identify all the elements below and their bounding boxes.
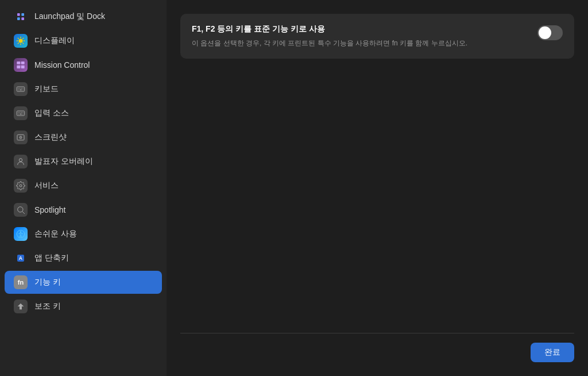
svg-rect-27	[20, 112, 20, 113]
svg-rect-1	[21, 13, 24, 16]
sidebar-item-label-mission: Mission Control	[34, 60, 90, 70]
setting-card-text: F1, F2 등의 키를 표준 기능 키로 사용 이 옵션을 선택한 경우, 각…	[192, 24, 528, 48]
svg-rect-20	[21, 88, 22, 89]
svg-line-9	[18, 38, 18, 39]
setting-description: 이 옵션을 선택한 경우, 각 키에 프린트된 특수 기능을 사용하려면 fn …	[192, 38, 528, 48]
mission-icon	[14, 58, 28, 72]
svg-rect-2	[17, 17, 20, 20]
sidebar-item-label-presenter: 발표자 오버레이	[34, 156, 93, 167]
spotlight-icon	[14, 203, 28, 217]
sidebar: Launchpad 및 Dock 디스플레이 Mission Control 키…	[0, 0, 167, 376]
svg-line-11	[23, 38, 24, 39]
services-icon	[14, 179, 28, 193]
sidebar-item-label-input: 입력 소스	[34, 108, 69, 118]
svg-rect-3	[21, 17, 24, 20]
sidebar-item-display[interactable]: 디스플레이	[5, 29, 162, 52]
shortcuts-icon: A	[14, 251, 28, 265]
fn-key-setting-card: F1, F2 등의 키를 표준 기능 키로 사용 이 옵션을 선택한 경우, 각…	[180, 14, 574, 59]
done-button[interactable]: 완료	[531, 343, 574, 362]
svg-point-37	[20, 185, 22, 187]
svg-line-10	[23, 43, 24, 44]
setting-title: F1, F2 등의 키를 표준 기능 키로 사용	[192, 24, 528, 34]
sidebar-item-label-display: 디스플레이	[34, 36, 75, 46]
sidebar-item-spotlight[interactable]: Spotlight	[5, 198, 162, 221]
modifier-icon	[14, 300, 28, 313]
svg-rect-18	[18, 88, 18, 89]
sidebar-item-mission[interactable]: Mission Control	[5, 53, 162, 76]
sidebar-item-input[interactable]: 입력 소스	[5, 102, 162, 125]
display-icon	[14, 34, 28, 48]
sidebar-item-services[interactable]: 서비스	[5, 174, 162, 197]
svg-rect-30	[18, 114, 18, 114]
svg-rect-24	[22, 90, 23, 90]
sidebar-item-label-fn: 기능 키	[34, 277, 61, 287]
sidebar-item-presenter[interactable]: 발표자 오버레이	[5, 150, 162, 173]
svg-point-38	[18, 207, 23, 212]
main-content: F1, F2 등의 키를 표준 기능 키로 사용 이 옵션을 선택한 경우, 각…	[167, 0, 588, 376]
sidebar-item-modifier[interactable]: 보조 키	[5, 295, 162, 318]
svg-text:A: A	[19, 255, 23, 261]
sidebar-item-label-launchpad: Launchpad 및 Dock	[34, 11, 105, 22]
sidebar-item-fn[interactable]: fn기능 키	[5, 271, 162, 294]
sidebar-item-keyboard[interactable]: 키보드	[5, 78, 162, 101]
svg-rect-31	[20, 114, 22, 114]
sidebar-item-label-keyboard: 키보드	[34, 84, 59, 94]
svg-rect-19	[20, 88, 20, 89]
svg-rect-16	[21, 66, 25, 68]
svg-rect-14	[21, 62, 25, 64]
svg-point-35	[20, 137, 21, 137]
svg-rect-17	[17, 87, 24, 91]
svg-rect-22	[18, 90, 18, 90]
svg-rect-26	[18, 112, 18, 113]
bottom-bar: 완료	[180, 333, 574, 362]
sidebar-item-screenshot[interactable]: 스크린샷	[5, 126, 162, 149]
sidebar-item-launchpad[interactable]: Launchpad 및 Dock	[5, 5, 162, 28]
svg-rect-32	[22, 114, 23, 114]
svg-rect-15	[17, 66, 20, 68]
launchpad-icon	[14, 10, 28, 24]
svg-point-4	[19, 39, 23, 43]
svg-point-41	[20, 231, 22, 233]
svg-rect-21	[22, 88, 23, 89]
sidebar-item-label-services: 서비스	[34, 181, 59, 191]
svg-rect-13	[17, 62, 20, 64]
svg-rect-25	[17, 111, 24, 116]
fn-key-toggle[interactable]	[537, 25, 563, 40]
sidebar-item-label-modifier: 보조 키	[34, 301, 61, 312]
sidebar-item-label-spotlight: Spotlight	[34, 205, 65, 214]
keyboard-icon	[14, 82, 28, 96]
svg-rect-28	[21, 112, 22, 113]
sidebar-item-accessibility[interactable]: 손쉬운 사용	[5, 222, 162, 245]
svg-line-39	[22, 212, 25, 214]
svg-point-36	[19, 159, 22, 162]
sidebar-item-label-shortcuts: 앱 단축키	[34, 253, 69, 263]
screenshot-icon	[14, 131, 28, 144]
presenter-icon	[14, 155, 28, 168]
sidebar-item-label-screenshot: 스크린샷	[34, 132, 67, 143]
sidebar-item-label-accessibility: 손쉬운 사용	[34, 229, 77, 239]
sidebar-item-shortcuts[interactable]: A 앱 단축키	[5, 247, 162, 270]
fn-icon: fn	[14, 275, 28, 289]
svg-rect-29	[22, 112, 23, 113]
input-icon	[14, 106, 28, 120]
svg-rect-0	[17, 13, 20, 16]
svg-line-12	[18, 43, 18, 44]
accessibility-icon	[14, 227, 28, 241]
svg-rect-23	[20, 90, 22, 90]
